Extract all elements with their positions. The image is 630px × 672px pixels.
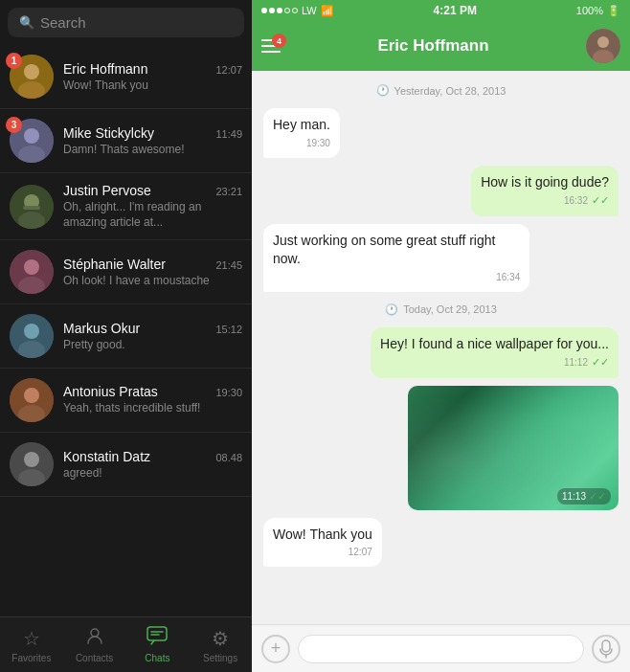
status-time: 4:21 PM [434,4,477,17]
nav-chats[interactable]: Chats [126,617,190,672]
chat-header-bar: 4 Eric Hoffmann [252,21,630,71]
chat-header-6: Antonius Pratas 19:30 [63,384,242,399]
svg-point-4 [24,128,39,144]
chat-contact-name: Eric Hoffmann [288,36,578,56]
bubble-meta-6: 12:07 [273,546,372,559]
status-bar: LW 📶 4:21 PM 100% 🔋 [252,0,630,21]
chat-info-5: Markus Okur 15:12 Pretty good. [63,321,242,351]
chat-item-4[interactable]: Stéphanie Walter 21:45 Oh look! I have a… [0,240,252,304]
bubble-6: Wow! Thank you 12:07 [263,518,382,568]
search-label: Search [40,14,86,31]
bubble-time-1: 19:30 [306,137,330,150]
clock-icon-1: 🕐 [376,84,390,97]
bottom-input-bar: + [252,624,630,672]
nav-favorites[interactable]: ☆ Favorites [0,617,63,672]
avatar-wrap-7 [10,442,54,486]
bubble-text-4: Hey! I found a nice wallpaper for you... [380,336,609,351]
nav-settings-label: Settings [203,653,237,663]
date-divider-2: 🕐 Today, Oct 29, 2013 [263,303,619,316]
star-icon: ☆ [23,627,40,650]
message-row-2: How is it going dude? 16:32 ✓✓ [263,166,619,216]
chats-icon [146,626,168,650]
wifi-icon: 📶 [321,5,334,17]
settings-icon: ⚙ [212,627,229,650]
message-row-4: Hey! I found a nice wallpaper for you...… [263,327,619,378]
chat-item-2[interactable]: 3 Mike Stickylcky 11:49 Damn! Thats awes… [0,109,252,173]
chat-item-3[interactable]: Justin Pervose 23:21 Oh, alright... I'm … [0,173,252,240]
chat-info-1: Eric Hoffmann 12:07 Wow! Thank you [63,61,242,92]
svg-rect-9 [23,206,40,210]
chat-header-3: Justin Pervose 23:21 [63,183,242,198]
battery-label: 100% [576,5,603,16]
chat-header-2: Mike Stickylcky 11:49 [63,125,242,141]
message-row-5: 11:13 ✓✓ [263,386,619,510]
image-bubble-overlay: 11:13 ✓✓ [557,488,611,504]
chat-name-1: Eric Hoffmann [63,61,147,77]
chat-item-6[interactable]: Antonius Pratas 19:30 Yeah, thats incred… [0,369,252,433]
chat-item-5[interactable]: Markus Okur 15:12 Pretty good. [0,304,252,369]
message-input[interactable] [298,635,584,663]
date-label-1: Yesterday, Oct 28, 2013 [394,85,506,97]
search-bar[interactable]: 🔍 Search [8,8,244,37]
chat-name-3: Justin Pervose [63,183,151,198]
check-marks-4: ✓✓ [592,355,609,370]
avatar-7 [10,442,54,486]
bubble-1: Hey man. 19:30 [263,108,340,158]
chat-time-5: 15:12 [215,324,242,335]
chat-item-1[interactable]: 1 Eric Hoffmann 12:07 Wow! Thank you [0,45,252,109]
bubble-time-4: 11:12 [564,356,588,370]
message-row-3: Just working on some great stuff right n… [263,224,619,292]
nav-contacts[interactable]: Contacts [63,617,126,672]
add-button[interactable]: + [261,635,290,663]
svg-rect-29 [602,640,610,652]
chat-header-4: Stéphanie Walter 21:45 [63,257,242,272]
nav-settings[interactable]: ⚙ Settings [189,617,252,672]
chat-info-7: Konstatin Datz 08.48 agreed! [63,449,242,480]
chat-name-5: Markus Okur [63,321,140,336]
bubble-meta-4: 11:12 ✓✓ [380,355,609,370]
bubble-text-6: Wow! Thank you [273,526,372,542]
bottom-nav-left: ☆ Favorites Contacts Chats [0,616,252,672]
svg-point-17 [24,388,39,403]
bubble-3: Just working on some great stuff right n… [263,224,529,292]
chat-preview-7: agreed! [63,466,242,480]
svg-point-27 [597,36,609,48]
chat-preview-5: Pretty good. [63,338,242,351]
nav-contacts-label: Contacts [76,653,113,663]
svg-point-1 [24,64,39,79]
svg-rect-23 [147,627,167,640]
chat-info-3: Justin Pervose 23:21 Oh, alright... I'm … [63,183,242,230]
bubble-2: How is it going dude? 16:32 ✓✓ [471,166,619,216]
messages-area: 🕐 Yesterday, Oct 28, 2013 Hey man. 19:30… [252,71,630,624]
bubble-time-3: 16:34 [496,271,520,284]
mic-button[interactable] [592,635,620,663]
chat-time-6: 19:30 [215,387,242,398]
dot-5 [292,8,298,13]
avatar-wrap-5 [10,314,54,358]
menu-line-3 [261,51,281,53]
chat-name-7: Konstatin Datz [63,449,150,464]
avatar-3 [10,185,54,229]
avatar-wrap-4 [10,250,54,294]
contact-avatar[interactable] [586,29,620,63]
check-marks-2: ✓✓ [592,193,609,208]
dot-2 [269,8,275,13]
image-bubble[interactable]: 11:13 ✓✓ [408,386,619,510]
search-icon: 🔍 [19,15,34,30]
bubble-4: Hey! I found a nice wallpaper for you...… [371,327,619,378]
chat-item-7[interactable]: Konstatin Datz 08.48 agreed! [0,433,252,497]
dot-1 [261,8,267,13]
contacts-icon [85,626,104,650]
bubble-text-2: How is it going dude? [481,174,609,190]
menu-button[interactable]: 4 [261,39,281,53]
avatar-5 [10,314,54,358]
message-row-6: Wow! Thank you 12:07 [263,518,619,568]
date-divider-1: 🕐 Yesterday, Oct 28, 2013 [263,84,619,97]
battery-icon: 🔋 [607,5,620,17]
chat-preview-6: Yeah, thats incredible stuff! [63,401,242,416]
bubble-text-1: Hey man. [273,117,330,132]
avatar-wrap-2: 3 [10,119,54,163]
chat-name-4: Stéphanie Walter [63,257,166,272]
avatar-4 [10,250,54,294]
message-row-1: Hey man. 19:30 [263,108,619,158]
